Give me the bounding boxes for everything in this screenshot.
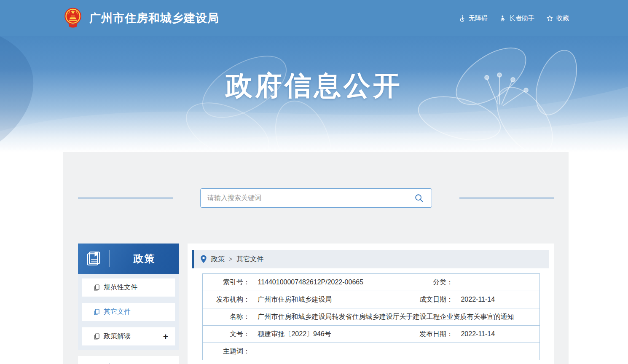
search-input[interactable] — [207, 194, 413, 202]
accessibility-label: 无障碍 — [469, 14, 488, 22]
publish-date-value: 2022-11-14 — [461, 330, 495, 337]
sidebar-item-normative-docs[interactable]: 规范性文件 — [82, 278, 175, 297]
name-value: 广州市住房和城乡建设局转发省住房城乡建设厅关于建设工程企业资质有关事宜的通知 — [258, 313, 514, 320]
doc-no-value: 穗建审批〔2022〕946号 — [258, 330, 331, 337]
keywords-label: 主题词： — [203, 347, 250, 356]
sidebar-section-policy[interactable]: 政策 — [78, 244, 179, 274]
doc-no-cell: 文号： 穗建审批〔2022〕946号 — [203, 326, 399, 343]
search-button[interactable] — [413, 192, 425, 204]
decor-line-left — [78, 198, 173, 198]
location-pin-icon — [200, 255, 207, 263]
sidebar-item-label: 规范性文件 — [104, 283, 137, 292]
sidebar-section-policy-title: 政策 — [110, 252, 179, 265]
doc-no-label: 文号： — [203, 330, 250, 339]
name-cell: 名称： 广州市住房和城乡建设局转发省住房城乡建设厅关于建设工程企业资质有关事宜的… — [203, 308, 540, 326]
content-card: 政策 > 其它文件 索引号： 11440100007482612P/2022-0… — [188, 244, 554, 364]
table-row: 名称： 广州市住房和城乡建设局转发省住房城乡建设厅关于建设工程企业资质有关事宜的… — [203, 308, 540, 326]
national-emblem-icon — [62, 7, 83, 29]
accessibility-icon — [459, 15, 466, 22]
sidebar: 政策 规范性文件 其它文件 — [78, 244, 179, 364]
sidebar-section-gov-info[interactable]: 政府信息公开 — [78, 356, 179, 364]
decor-line-right — [459, 198, 554, 198]
publish-date-label: 发布日期： — [399, 330, 453, 339]
publisher-cell: 发布机构： 广州市住房和城乡建设局 — [203, 291, 399, 308]
breadcrumb-item-policy[interactable]: 政策 — [211, 255, 225, 264]
search-box — [200, 188, 432, 208]
site-title: 广州市住房和城乡建设局 — [89, 11, 219, 26]
index-cell: 索引号： 11440100007482612P/2022-00665 — [203, 274, 399, 291]
topbar-links: 无障碍 长者助手 收藏 — [459, 14, 569, 22]
publisher-label: 发布机构： — [203, 295, 250, 304]
document-icon — [93, 308, 100, 316]
sidebar-item-label: 其它文件 — [104, 308, 131, 316]
index-label: 索引号： — [203, 278, 250, 287]
elder-assist-label: 长者助手 — [509, 14, 534, 22]
sidebar-item-label: 政策解读 — [104, 332, 131, 341]
written-date-cell: 成文日期： 2022-11-14 — [399, 291, 540, 308]
table-row: 索引号： 11440100007482612P/2022-00665 分类： — [203, 274, 540, 291]
page-title: 政府信息公开 — [0, 67, 628, 104]
main-container: 政策 规范性文件 其它文件 — [63, 152, 569, 364]
sidebar-policy-panel: 规范性文件 其它文件 政策解读 — [78, 274, 179, 350]
table-row: 发布机构： 广州市住房和城乡建设局 成文日期： 2022-11-14 — [203, 291, 540, 308]
search-icon — [414, 193, 424, 203]
written-date-value: 2022-11-14 — [461, 296, 495, 303]
site-logo-brand[interactable]: 广州市住房和城乡建设局 — [62, 7, 219, 29]
breadcrumb: 政策 > 其它文件 — [192, 250, 549, 268]
document-icon — [93, 284, 100, 291]
book-icon — [85, 250, 102, 267]
category-label: 分类： — [399, 278, 453, 287]
expand-plus-icon[interactable]: + — [163, 332, 168, 341]
index-value: 11440100007482612P/2022-00665 — [258, 278, 363, 286]
publish-date-cell: 发布日期： 2022-11-14 — [399, 326, 540, 343]
name-label: 名称： — [203, 313, 250, 321]
favorite-link[interactable]: 收藏 — [546, 14, 569, 22]
accessibility-link[interactable]: 无障碍 — [459, 14, 488, 22]
category-cell: 分类： — [399, 274, 540, 291]
elder-assist-link[interactable]: 长者助手 — [499, 14, 534, 22]
sidebar-item-policy-interpretation[interactable]: 政策解读 + — [82, 327, 175, 345]
favorite-label: 收藏 — [556, 14, 569, 22]
top-bar: 广州市住房和城乡建设局 无障碍 长者助手 收藏 — [0, 0, 628, 36]
document-meta-table: 索引号： 11440100007482612P/2022-00665 分类： 发… — [202, 273, 540, 360]
banner: 政府信息公开 — [0, 36, 628, 152]
written-date-label: 成文日期： — [399, 295, 453, 304]
elder-assist-icon — [499, 15, 506, 22]
sidebar-item-other-docs[interactable]: 其它文件 — [82, 303, 175, 321]
breadcrumb-item-other-docs[interactable]: 其它文件 — [236, 255, 263, 264]
star-icon — [546, 15, 553, 22]
publisher-value: 广州市住房和城乡建设局 — [258, 296, 332, 303]
document-icon — [93, 333, 100, 340]
breadcrumb-separator: > — [229, 256, 232, 262]
keywords-cell: 主题词： — [203, 343, 540, 360]
table-row: 主题词： — [203, 343, 540, 360]
table-row: 文号： 穗建审批〔2022〕946号 发布日期： 2022-11-14 — [203, 326, 540, 343]
